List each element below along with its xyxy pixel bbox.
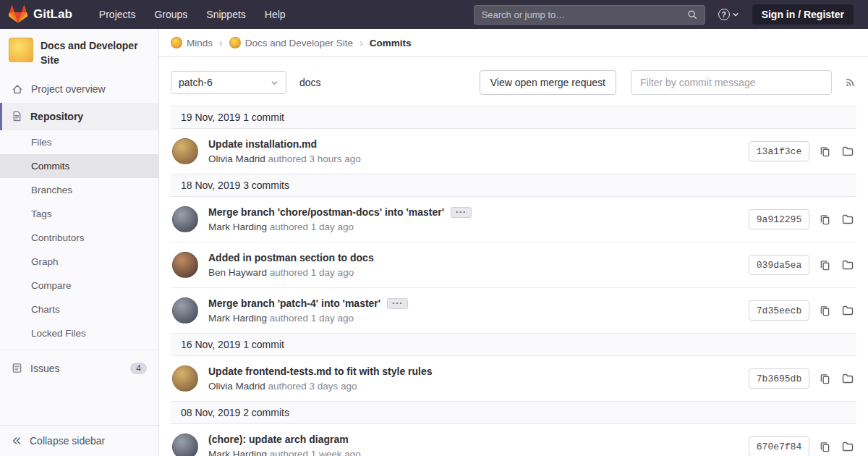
sidebar-item-branches[interactable]: Branches — [0, 178, 158, 202]
question-mark-icon: ? — [718, 9, 730, 20]
sidebar-item-contributors[interactable]: Contributors — [0, 226, 158, 250]
browse-files-button[interactable] — [841, 144, 855, 159]
copy-sha-button[interactable] — [818, 258, 832, 272]
branch-selector[interactable]: patch-6 — [171, 71, 286, 94]
breadcrumb-item-docs-and-developer-site[interactable]: Docs and Developer Site — [229, 37, 353, 48]
author-avatar[interactable] — [172, 366, 198, 392]
global-search-box[interactable] — [474, 5, 705, 25]
commit-title-link[interactable]: Merge branch 'chore/postman-docs' into '… — [208, 206, 444, 218]
browse-files-button[interactable] — [841, 258, 855, 272]
commit-author-link[interactable]: Olivia Madrid — [208, 153, 265, 164]
commit-sha-link[interactable]: 7b3695db — [749, 368, 809, 389]
commits-feed-button[interactable] — [845, 76, 856, 90]
author-avatar[interactable] — [172, 434, 198, 456]
sidebar-item-issues[interactable]: Issues 4 — [0, 355, 158, 382]
search-icon — [687, 9, 697, 20]
sidebar-item-locked-files[interactable]: Locked Files — [0, 321, 158, 345]
commit-sha-link[interactable]: 13a1f3ce — [749, 141, 809, 161]
breadcrumb-label: Commits — [370, 38, 412, 48]
commit-actions: 7d35eecb — [749, 300, 855, 321]
nav-item-snippets[interactable]: Snippets — [197, 0, 255, 29]
commit-sha-link[interactable]: 670e7f84 — [749, 436, 809, 456]
commit-sha-link[interactable]: 9a912295 — [749, 209, 809, 229]
breadcrumb-label: Docs and Developer Site — [245, 38, 353, 48]
commit-date-header: 18 Nov, 2019 3 commits — [171, 174, 856, 197]
commit-filter-input[interactable] — [631, 70, 832, 95]
commit-row: (chore): update arch diagramMark Harding… — [171, 424, 856, 456]
sidebar-item-compare[interactable]: Compare — [0, 274, 158, 297]
commit-title-row: Update installation.md — [208, 138, 739, 150]
commit-author-link[interactable]: Olivia Madrid — [208, 381, 265, 392]
nav-item-projects[interactable]: Projects — [90, 0, 145, 29]
sign-in-button[interactable]: Sign in / Register — [752, 4, 854, 25]
copy-sha-button[interactable] — [818, 304, 832, 318]
commit-author-link[interactable]: Ben Hayward — [208, 267, 267, 278]
commit-authored-text: authored 1 day ago — [267, 221, 354, 232]
folder-icon — [842, 373, 854, 384]
sidebar-item-repository[interactable]: Repository — [0, 103, 158, 130]
copy-sha-button[interactable] — [818, 145, 832, 159]
author-avatar[interactable] — [172, 297, 198, 324]
project-name: Docs and Developer Site — [41, 38, 150, 68]
commit-expand-button[interactable]: ··· — [387, 298, 408, 309]
copy-sha-button[interactable] — [818, 440, 832, 454]
commit-title-link[interactable]: Update installation.md — [208, 138, 317, 150]
commit-sha-link[interactable]: 7d35eecb — [749, 300, 809, 321]
search-input[interactable] — [482, 9, 687, 20]
copy-icon — [820, 260, 830, 271]
sidebar-item-commits[interactable]: Commits — [0, 154, 158, 178]
commit-sha-link[interactable]: 039da5ea — [749, 255, 809, 275]
commit-author-link[interactable]: Mark Harding — [208, 313, 267, 324]
breadcrumb-item-minds[interactable]: Minds — [171, 37, 213, 48]
commit-author-link[interactable]: Mark Harding — [208, 449, 267, 456]
commit-title-row: Merge branch 'patch-4' into 'master'··· — [208, 297, 739, 309]
folder-icon — [842, 305, 854, 316]
commit-authored-text: authored 1 day ago — [267, 313, 354, 324]
project-context-header[interactable]: Docs and Developer Site — [0, 29, 158, 75]
nav-item-help[interactable]: Help — [255, 0, 295, 29]
project-sidebar: Docs and Developer Site Project overview… — [0, 29, 159, 456]
copy-icon — [820, 146, 830, 157]
project-avatar — [9, 38, 33, 62]
commit-title-link[interactable]: Update frontend-tests.md to fit with sty… — [208, 366, 433, 377]
browse-files-button[interactable] — [841, 212, 855, 227]
commit-title-link[interactable]: Added in postman section to docs — [208, 252, 374, 263]
sidebar-item-files[interactable]: Files — [0, 130, 158, 154]
browse-files-button[interactable] — [841, 439, 855, 454]
view-open-merge-request-button[interactable]: View open merge request — [480, 70, 616, 95]
sidebar-item-charts[interactable]: Charts — [0, 297, 158, 321]
collapse-sidebar-button[interactable]: Collapse sidebar — [0, 425, 158, 456]
browse-files-button[interactable] — [841, 303, 855, 318]
commit-title-row: Merge branch 'chore/postman-docs' into '… — [208, 206, 739, 218]
copy-sha-button[interactable] — [818, 213, 832, 227]
commit-actions: 9a912295 — [749, 209, 855, 229]
sidebar-item-project-overview[interactable]: Project overview — [0, 75, 158, 103]
commits-controls: patch-6 docs View open merge request — [159, 57, 868, 95]
author-avatar[interactable] — [172, 206, 198, 232]
commit-group: 16 Nov, 2019 1 commitUpdate frontend-tes… — [171, 333, 856, 401]
sidebar-divider — [0, 350, 158, 350]
navbar-right: ? Sign in / Register — [474, 4, 854, 25]
main-content: Minds›Docs and Developer Site›Commits pa… — [159, 29, 868, 456]
gitlab-home-link[interactable]: GitLab — [9, 5, 72, 24]
breadcrumb-separator-icon: › — [359, 37, 363, 48]
browse-files-button[interactable] — [841, 371, 855, 386]
sidebar-item-graph[interactable]: Graph — [0, 250, 158, 274]
commit-author-link[interactable]: Mark Harding — [208, 221, 267, 232]
copy-icon — [820, 373, 830, 384]
copy-sha-button[interactable] — [818, 372, 832, 386]
branch-selector-value: patch-6 — [179, 77, 213, 88]
help-dropdown[interactable]: ? — [718, 9, 739, 20]
author-avatar[interactable] — [172, 138, 198, 164]
commit-title-link[interactable]: Merge branch 'patch-4' into 'master' — [208, 297, 380, 309]
commit-title-row: (chore): update arch diagram — [208, 434, 739, 445]
commit-expand-button[interactable]: ··· — [451, 207, 472, 218]
sidebar-item-tags[interactable]: Tags — [0, 202, 158, 226]
nav-item-groups[interactable]: Groups — [145, 0, 197, 29]
commit-info: Merge branch 'chore/postman-docs' into '… — [208, 206, 739, 232]
commit-title-link[interactable]: (chore): update arch diagram — [208, 434, 349, 445]
author-avatar[interactable] — [172, 252, 198, 278]
chevron-down-icon — [271, 79, 278, 87]
document-icon — [12, 111, 22, 122]
path-label: docs — [299, 77, 321, 88]
